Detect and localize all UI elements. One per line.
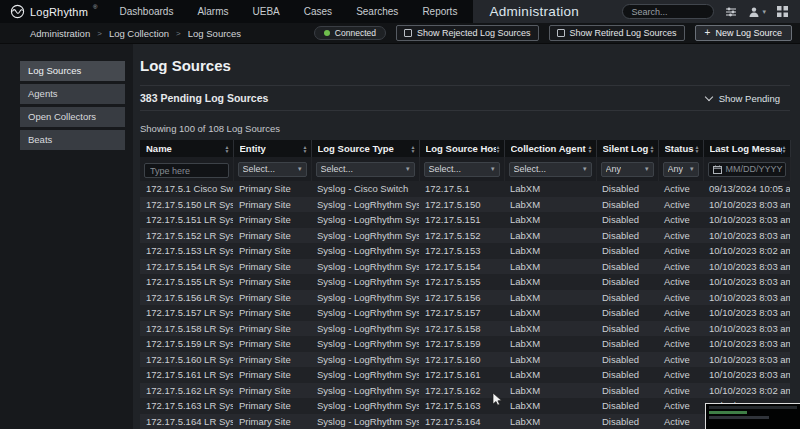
- column-header-label: Name: [146, 143, 172, 154]
- cell-collection-agent: LabXM: [504, 336, 596, 352]
- breadcrumb-item-log-sources[interactable]: Log Sources: [188, 28, 241, 39]
- sidebar-item-beats[interactable]: Beats: [20, 130, 125, 150]
- search-input[interactable]: [622, 4, 714, 19]
- show-pending-toggle[interactable]: Show Pending: [706, 93, 780, 104]
- new-log-source-button[interactable]: + New Log Source: [695, 25, 792, 41]
- filter-select-status[interactable]: Any▾: [663, 162, 699, 177]
- table-row[interactable]: 172.17.5.158 LR Sysl...Primary SiteSyslo…: [140, 321, 790, 337]
- sidebar-item-agents[interactable]: Agents: [20, 84, 125, 104]
- table-row[interactable]: 172.17.5.150 LR Sysl...Primary SiteSyslo…: [140, 197, 790, 213]
- preview-content: [709, 416, 769, 419]
- table-row[interactable]: 172.17.5.160 LR Sysl...Primary SiteSyslo…: [140, 352, 790, 368]
- filter-select-silent-log-s[interactable]: Any▾: [601, 162, 654, 177]
- search-box[interactable]: [622, 4, 714, 19]
- table-row[interactable]: 172.17.5.157 LR Sysl...Primary SiteSyslo…: [140, 305, 790, 321]
- nav-item-dashboards[interactable]: Dashboards: [107, 0, 185, 23]
- cell-status: Active: [658, 398, 703, 414]
- show-retired-toggle[interactable]: Show Retired Log Sources: [549, 25, 685, 41]
- table-row[interactable]: 172.17.5.152 LR Sysl...Primary SiteSyslo…: [140, 228, 790, 244]
- table-row[interactable]: 172.17.5.159 LR Sysl...Primary SiteSyslo…: [140, 336, 790, 352]
- table-filter-row: Select...▾Select...▾Select...▾Select...▾…: [140, 157, 790, 181]
- sidebar-item-log-sources[interactable]: Log Sources: [20, 61, 125, 81]
- sort-icon[interactable]: ▲▼: [588, 145, 593, 153]
- column-header-log-source-host[interactable]: Log Source Host▲▼: [419, 140, 504, 157]
- column-header-log-source-type[interactable]: Log Source Type▲▼: [311, 140, 419, 157]
- filter-date-last-log-message[interactable]: MM/DD/YYYY: [708, 162, 786, 177]
- cell-log-source-type: Syslog - LogRhythm Syslog Ge...: [311, 367, 419, 383]
- nav-item-ueba[interactable]: UEBA: [241, 0, 292, 23]
- cell-last-log-message: 10/10/2023 8:03 am: [703, 321, 790, 337]
- registered-mark: ®: [93, 4, 97, 10]
- table-row[interactable]: 172.17.5.151 LR Sysl...Primary SiteSyslo…: [140, 212, 790, 228]
- column-header-entity[interactable]: Entity▲▼: [233, 140, 311, 157]
- filter-select-entity[interactable]: Select...▾: [238, 162, 307, 177]
- filter-select-collection-agent[interactable]: Select...▾: [509, 162, 592, 177]
- sort-icon[interactable]: ▲▼: [782, 145, 787, 153]
- checkbox-icon[interactable]: [557, 29, 565, 37]
- cell-name: 172.17.5.163 LR Sysl...: [140, 398, 233, 414]
- nav-item-reports[interactable]: Reports: [410, 0, 469, 23]
- filter-select-value: Select...: [243, 164, 276, 174]
- table-row[interactable]: 172.17.5.155 LR Sysl...Primary SiteSyslo…: [140, 274, 790, 290]
- table-row[interactable]: 172.17.5.1 Cisco Swit...Primary SiteSysl…: [140, 181, 790, 197]
- filter-select-log-source-host[interactable]: Select...▾: [424, 162, 500, 177]
- sort-icon[interactable]: ▲▼: [695, 145, 700, 153]
- column-header-status[interactable]: Status▲▼: [658, 140, 703, 157]
- cell-collection-agent: LabXM: [504, 212, 596, 228]
- table-row[interactable]: 172.17.5.156 LR Sysl...Primary SiteSyslo…: [140, 290, 790, 306]
- filter-date-placeholder: MM/DD/YYYY: [726, 164, 783, 174]
- table-row[interactable]: 172.17.5.154 LR Sysl...Primary SiteSyslo…: [140, 259, 790, 275]
- table-row[interactable]: 172.17.5.153 LR Sysl...Primary SiteSyslo…: [140, 243, 790, 259]
- cell-name: 172.17.5.157 LR Sysl...: [140, 305, 233, 321]
- column-header-label: Silent Log S...: [603, 143, 650, 154]
- user-menu[interactable]: ▾: [748, 6, 766, 18]
- filter-sliders-icon[interactable]: [725, 6, 737, 18]
- column-header-last-log-message[interactable]: Last Log Message▲▼: [703, 140, 790, 157]
- cell-name: 172.17.5.151 LR Sysl...: [140, 212, 233, 228]
- nav-item-cases[interactable]: Cases: [292, 0, 344, 23]
- sidebar-item-open-collectors[interactable]: Open Collectors: [20, 107, 125, 127]
- sort-icon[interactable]: ▲▼: [650, 145, 655, 153]
- log-sources-table: Name▲▼Entity▲▼Log Source Type▲▼Log Sourc…: [140, 140, 791, 429]
- cell-log-source-host: 172.17.5.156: [419, 290, 504, 306]
- cell-collection-agent: LabXM: [504, 181, 596, 197]
- cell-last-log-message: 10/10/2023 8:03 am: [703, 336, 790, 352]
- filter-cell-log-source-type: Select...▾: [311, 157, 419, 181]
- cell-name: 172.17.5.153 LR Sysl...: [140, 243, 233, 259]
- column-header-collection-agent[interactable]: Collection Agent▲▼: [504, 140, 596, 157]
- filter-input-name[interactable]: [144, 163, 229, 178]
- breadcrumb-item-administration[interactable]: Administration: [30, 28, 90, 39]
- table-row[interactable]: 172.17.5.163 LR Sysl...Primary SiteSyslo…: [140, 398, 790, 414]
- logrhythm-logo[interactable]: LogRhythm ®: [0, 0, 107, 23]
- connected-label: Connected: [335, 28, 376, 38]
- table-row[interactable]: 172.17.5.162 LR Sysl...Primary SiteSyslo…: [140, 383, 790, 399]
- table-row[interactable]: 172.17.5.164 LR Sysl...Primary SiteSyslo…: [140, 414, 790, 429]
- sort-icon[interactable]: ▲▼: [411, 145, 416, 153]
- show-rejected-toggle[interactable]: Show Rejected Log Sources: [396, 25, 539, 41]
- checkbox-icon[interactable]: [404, 29, 412, 37]
- column-header-wrap: Log Source Host▲▼: [426, 143, 501, 154]
- sort-icon[interactable]: ▲▼: [303, 145, 308, 153]
- sort-icon[interactable]: ▲▼: [225, 145, 230, 153]
- filter-select-log-source-type[interactable]: Select...▾: [316, 162, 415, 177]
- cell-log-source-type: Syslog - LogRhythm Syslog Ge...: [311, 290, 419, 306]
- column-header-silent-log-s[interactable]: Silent Log S...▲▼: [596, 140, 658, 157]
- active-section-title[interactable]: Administration: [489, 4, 579, 19]
- cell-entity: Primary Site: [233, 398, 311, 414]
- breadcrumb-item-log-collection[interactable]: Log Collection: [109, 28, 169, 39]
- filter-cell-collection-agent: Select...▾: [504, 157, 596, 181]
- filter-cell-status: Any▾: [658, 157, 703, 181]
- cell-entity: Primary Site: [233, 274, 311, 290]
- screen-preview-window[interactable]: [705, 403, 800, 429]
- nav-item-searches[interactable]: Searches: [344, 0, 410, 23]
- chevron-down-icon: ▾: [583, 165, 587, 173]
- left-panel: Log SourcesAgentsOpen CollectorsBeats: [0, 44, 133, 429]
- table-row[interactable]: 172.17.5.161 LR Sysl...Primary SiteSyslo…: [140, 367, 790, 383]
- sort-icon[interactable]: ▲▼: [496, 145, 501, 153]
- app-grid-icon[interactable]: [777, 6, 788, 17]
- cell-entity: Primary Site: [233, 336, 311, 352]
- cell-status: Active: [658, 352, 703, 368]
- cell-log-source-type: Syslog - LogRhythm Syslog Ge...: [311, 243, 419, 259]
- column-header-name[interactable]: Name▲▼: [140, 140, 233, 157]
- nav-item-alarms[interactable]: Alarms: [185, 0, 240, 23]
